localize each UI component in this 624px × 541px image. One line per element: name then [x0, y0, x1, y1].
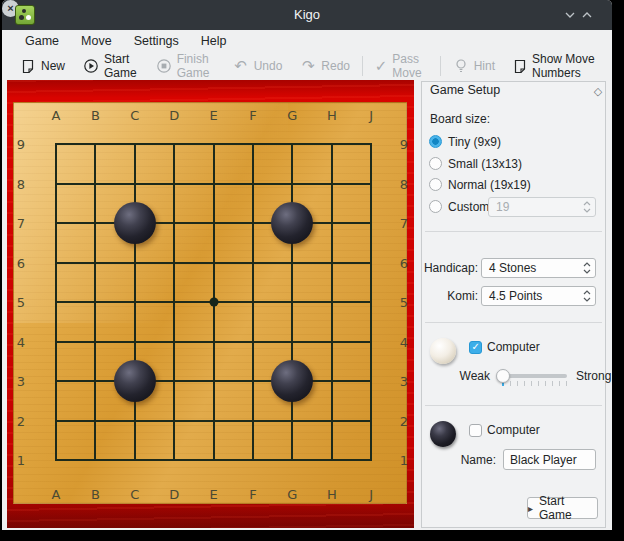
new-button[interactable]: New — [11, 54, 74, 78]
custom-size-value: 19 — [489, 200, 579, 214]
grid-vline — [291, 143, 293, 461]
radio-tiny[interactable] — [429, 135, 442, 148]
new-document-icon — [20, 58, 36, 74]
handicap-spinbox[interactable]: 4 Stones — [481, 258, 596, 278]
game-setup-panel: Game Setup ◇ Board size: Tiny (9x9) Smal… — [415, 80, 612, 530]
board-col-label-top: J — [369, 108, 373, 123]
redo-button[interactable]: ↷ Redo — [291, 54, 359, 78]
board-row-label-left: 4 — [17, 334, 25, 349]
pass-move-button[interactable]: ✓ Pass Move — [366, 54, 437, 78]
board-row-label-right: 2 — [400, 413, 408, 428]
black-stone-c7 — [114, 202, 156, 244]
board-col-label-bottom: B — [91, 487, 100, 502]
app-window: Kigo × Game Move Settings Help New Start… — [2, 0, 612, 530]
undo-arrow-icon: ↶ — [233, 58, 249, 74]
board-col-label-top: E — [209, 108, 217, 123]
white-computer-checkbox[interactable] — [469, 341, 482, 354]
menu-help[interactable]: Help — [190, 30, 238, 52]
strong-label: Strong — [576, 369, 611, 383]
board-row-label-left: 6 — [17, 255, 25, 270]
numbered-document-icon — [513, 58, 527, 74]
board-row-label-right: 9 — [400, 137, 408, 152]
board-col-label-bottom: E — [209, 487, 217, 502]
board-col-label-bottom: D — [169, 487, 179, 502]
new-label: New — [41, 59, 65, 73]
radio-tiny-label[interactable]: Tiny (9x9) — [448, 135, 501, 149]
start-game-button[interactable]: ▸ Start Game — [527, 497, 598, 519]
board-col-label-top: A — [52, 108, 61, 123]
weak-label: Weak — [460, 369, 490, 383]
strength-slider-handle[interactable] — [496, 369, 510, 383]
play-arrow-icon: ▸ — [528, 503, 533, 514]
board-row-label-left: 7 — [17, 216, 25, 231]
titlebar[interactable]: Kigo × — [2, 0, 612, 30]
radio-small-label[interactable]: Small (13x13) — [448, 157, 522, 171]
toolbar-separator — [362, 56, 363, 76]
black-stone-icon — [430, 421, 456, 447]
menu-game[interactable]: Game — [2, 30, 70, 52]
play-circle-icon — [83, 58, 99, 74]
spinner-arrows-icon[interactable] — [579, 290, 595, 302]
toolbar-separator — [440, 56, 441, 76]
finish-game-label: Finish Game — [177, 52, 215, 80]
board-col-label-top: G — [287, 108, 297, 123]
start-game-toolbar-button[interactable]: Start Game — [74, 54, 147, 78]
board-col-label-top: B — [91, 108, 100, 123]
board-col-label-bottom: G — [287, 487, 297, 502]
board-col-label-top: D — [169, 108, 179, 123]
grid-hline — [55, 420, 372, 422]
menu-settings[interactable]: Settings — [123, 30, 190, 52]
radio-normal[interactable] — [429, 178, 442, 191]
undo-button[interactable]: ↶ Undo — [224, 54, 292, 78]
lightbulb-icon — [453, 58, 469, 74]
grid-vline — [370, 143, 372, 461]
white-computer-label[interactable]: Computer — [487, 340, 540, 354]
go-board-grid: AABBCCDDEEFFGGHHJJ998877665544332211 — [7, 80, 414, 528]
board-col-label-bottom: A — [52, 487, 61, 502]
board-row-label-left: 2 — [17, 413, 25, 428]
grid-hline — [55, 459, 372, 461]
toolbar: New Start Game Finish Game ↶ Undo ↷ Redo… — [2, 52, 612, 80]
show-move-numbers-button[interactable]: Show Move Numbers — [504, 54, 612, 78]
black-stone-g3 — [271, 360, 313, 402]
custom-size-spinbox[interactable]: 19 — [488, 197, 596, 217]
board-col-label-bottom: J — [369, 487, 373, 502]
board-row-label-left: 1 — [17, 453, 25, 468]
black-stone-c3 — [114, 360, 156, 402]
board-row-label-right: 7 — [400, 216, 408, 231]
board-col-label-top: F — [249, 108, 256, 123]
start-game-button-label: Start Game — [539, 494, 597, 522]
radio-custom[interactable] — [429, 200, 442, 213]
hint-button[interactable]: Hint — [444, 54, 504, 78]
black-player-name-input[interactable] — [503, 449, 596, 470]
hint-label: Hint — [474, 59, 495, 73]
grid-hline — [55, 380, 372, 382]
separator — [425, 322, 602, 323]
dock-float-icon[interactable]: ◇ — [594, 85, 602, 98]
maximize-button[interactable] — [579, 7, 595, 23]
black-computer-label[interactable]: Computer — [487, 423, 540, 437]
spinner-arrows-icon[interactable] — [579, 201, 595, 213]
radio-normal-label[interactable]: Normal (19x19) — [448, 178, 531, 192]
grid-vline — [252, 143, 254, 461]
finish-game-button[interactable]: Finish Game — [147, 54, 224, 78]
radio-small[interactable] — [429, 157, 442, 170]
show-move-numbers-label: Show Move Numbers — [532, 52, 603, 80]
grid-vline — [331, 143, 333, 461]
black-stone-g7 — [271, 202, 313, 244]
black-computer-checkbox[interactable] — [469, 424, 482, 437]
komi-spinbox[interactable]: 4.5 Points — [481, 286, 596, 306]
minimize-button[interactable] — [562, 7, 578, 23]
redo-label: Redo — [321, 59, 350, 73]
board-row-label-right: 6 — [400, 255, 408, 270]
board-col-label-top: H — [327, 108, 337, 123]
spinner-arrows-icon[interactable] — [579, 262, 595, 274]
radio-custom-label[interactable]: Custom: — [448, 200, 493, 214]
board-col-label-top: C — [130, 108, 139, 123]
menu-move[interactable]: Move — [70, 30, 123, 52]
strength-slider-ticks — [503, 381, 567, 386]
checkmark-icon: ✓ — [375, 58, 388, 74]
board-row-label-left: 5 — [17, 295, 25, 310]
chevron-down-icon — [562, 7, 578, 23]
start-game-label: Start Game — [104, 52, 138, 80]
